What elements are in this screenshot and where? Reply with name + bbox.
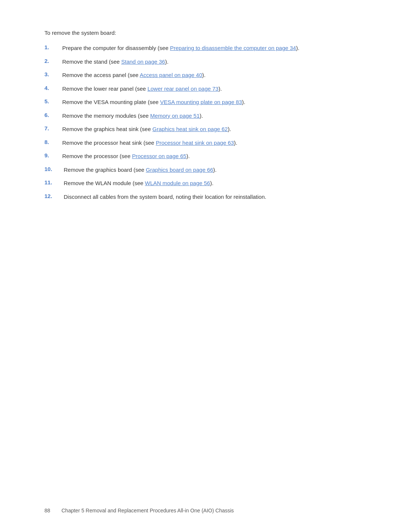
list-number: 11.	[44, 179, 64, 185]
list-item-text: Remove the graphics heat sink (see Graph…	[62, 125, 311, 134]
list-item: 11.Remove the WLAN module (see WLAN modu…	[44, 179, 311, 188]
cross-reference-link[interactable]: VESA mounting plate on page 83	[160, 99, 242, 105]
list-number: 2.	[44, 58, 62, 64]
page-number: 88	[44, 508, 56, 513]
cross-reference-link[interactable]: Processor on page 65	[132, 153, 186, 159]
list-item-text: Remove the memory modules (see Memory on…	[62, 112, 311, 120]
list-item: 1.Prepare the computer for disassembly (…	[44, 44, 311, 53]
list-item-text: Remove the graphics board (see Graphics …	[64, 166, 311, 174]
list-item: 7.Remove the graphics heat sink (see Gra…	[44, 125, 311, 134]
list-item-text: Disconnect all cables from the system bo…	[64, 193, 311, 201]
list-number: 12.	[44, 193, 64, 199]
intro-paragraph: To remove the system board:	[44, 30, 311, 36]
list-item: 8.Remove the processor heat sink (see Pr…	[44, 139, 311, 147]
list-number: 6.	[44, 112, 62, 118]
cross-reference-link[interactable]: Lower rear panel on page 73	[147, 86, 219, 92]
list-number: 9.	[44, 152, 62, 158]
list-number: 1.	[44, 44, 62, 50]
list-item-text: Remove the processor heat sink (see Proc…	[62, 139, 311, 147]
footer-chapter-text: Chapter 5 Removal and Replacement Proced…	[61, 508, 234, 513]
list-number: 4.	[44, 85, 62, 91]
list-number: 7.	[44, 125, 62, 131]
list-item-text: Prepare the computer for disassembly (se…	[62, 44, 311, 53]
list-item: 9.Remove the processor (see Processor on…	[44, 152, 311, 161]
list-number: 10.	[44, 166, 64, 172]
list-item: 3.Remove the access panel (see Access pa…	[44, 71, 311, 80]
list-item: 10.Remove the graphics board (see Graphi…	[44, 166, 311, 174]
cross-reference-link[interactable]: Stand on page 36	[121, 58, 165, 65]
list-item-text: Remove the stand (see Stand on page 36).	[62, 58, 311, 66]
cross-reference-link[interactable]: WLAN module on page 56	[145, 180, 210, 186]
page-footer: 88 Chapter 5 Removal and Replacement Pro…	[44, 508, 356, 513]
list-item: 12.Disconnect all cables from the system…	[44, 193, 311, 201]
list-item: 4.Remove the lower rear panel (see Lower…	[44, 85, 311, 93]
cross-reference-link[interactable]: Graphics board on page 66	[146, 167, 213, 173]
steps-list: 1.Prepare the computer for disassembly (…	[44, 44, 311, 201]
list-item-text: Remove the processor (see Processor on p…	[62, 152, 311, 161]
list-number: 3.	[44, 71, 62, 77]
cross-reference-link[interactable]: Access panel on page 40	[140, 72, 202, 78]
list-item: 6.Remove the memory modules (see Memory …	[44, 112, 311, 120]
list-item-text: Remove the WLAN module (see WLAN module …	[64, 179, 311, 188]
cross-reference-link[interactable]: Processor heat sink on page 63	[156, 140, 234, 146]
list-item: 2.Remove the stand (see Stand on page 36…	[44, 58, 311, 66]
list-item-text: Remove the access panel (see Access pane…	[62, 71, 311, 80]
list-item-text: Remove the lower rear panel (see Lower r…	[62, 85, 311, 93]
page-content: To remove the system board: 1.Prepare th…	[0, 0, 356, 243]
cross-reference-link[interactable]: Graphics heat sink on page 62	[152, 126, 227, 132]
list-item-text: Remove the VESA mounting plate (see VESA…	[62, 98, 311, 107]
list-number: 8.	[44, 139, 62, 145]
cross-reference-link[interactable]: Preparing to disassemble the computer on…	[170, 45, 296, 51]
list-item: 5.Remove the VESA mounting plate (see VE…	[44, 98, 311, 107]
list-number: 5.	[44, 98, 62, 104]
cross-reference-link[interactable]: Memory on page 51	[150, 113, 200, 119]
